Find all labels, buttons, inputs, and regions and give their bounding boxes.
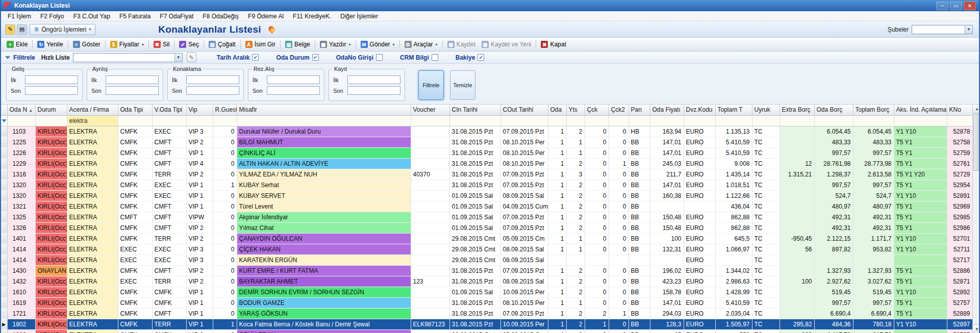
cell-durum[interactable]: KIRLI(Occ) [35, 212, 67, 222]
cell-oda[interactable]: 1 [548, 126, 566, 137]
scrollbar-thumb[interactable] [973, 114, 980, 171]
cell-v_oda_tipi[interactable]: CMFT [152, 222, 186, 233]
cell-toplam_t[interactable]: 1.428,99 [715, 287, 752, 297]
cell-cck[interactable]: 0 [585, 126, 609, 137]
cell-yts[interactable]: 1 [566, 147, 585, 158]
cell-extra_borc[interactable]: 295,82 [780, 319, 814, 329]
cell-v_oda_tipi[interactable]: CMFT [152, 308, 186, 319]
cell-cout[interactable]: 07.09.2015 Pzt [500, 169, 548, 180]
cell-toplam_t[interactable]: 1.435,14 [715, 169, 752, 180]
cell-uyruk[interactable]: TC [752, 297, 780, 308]
cell-voucher[interactable] [411, 180, 449, 190]
table-row[interactable]: 1325KIRLI(Occ)ELEKTRACMFTCMFTVIPW0Akpina… [1, 212, 972, 222]
filter-input-rezalis-son[interactable] [267, 86, 320, 95]
cell-toplam_borc[interactable]: 780,18 [853, 319, 894, 329]
cell-cck[interactable] [585, 254, 609, 265]
cell-pan[interactable]: BB [629, 329, 650, 333]
cell-oda_fiyati[interactable]: 245,03 [650, 158, 684, 169]
column-header-aks[interactable]: Aks. İnd. Açıklama [894, 105, 947, 115]
cell-oda_fiyati[interactable]: 160,38 [650, 190, 684, 201]
column-header-extra_borc[interactable]: Extra Borç [780, 105, 814, 115]
table-row[interactable]: 1414KIRLI(Occ)ELEKTRAEXECEXECVIP 30ÇİÇEK… [1, 244, 972, 254]
cell-oda_borc[interactable]: 2.122,15 [814, 233, 853, 244]
cell-durum[interactable]: KIRLI(Occ) [35, 147, 67, 158]
cell-v_oda_tipi[interactable]: CMFT [152, 158, 186, 169]
cell-v_oda_tipi[interactable]: EXEC [152, 126, 186, 137]
cell-toplam_t[interactable]: 5.410,59 [715, 137, 752, 147]
cell-dvz[interactable]: EURO [684, 233, 715, 244]
cell-cck[interactable]: 1 [585, 319, 609, 329]
cell-extra_borc[interactable] [780, 137, 814, 147]
cell-oda_tipi[interactable]: CMFK [118, 180, 152, 190]
cell-kno[interactable]: 52897 [947, 319, 972, 329]
cell-pan[interactable]: BB [629, 169, 650, 180]
column-header-acenta[interactable]: Acenta / Firma [67, 105, 118, 115]
cell-toplam_borc[interactable]: 997,57 [853, 147, 894, 158]
menu-item[interactable]: F9 Ödeme Al [243, 12, 288, 21]
cell-oda_tipi[interactable]: CMFK [118, 319, 152, 329]
cell-acenta[interactable]: ELEKTRA [67, 233, 118, 244]
filter-toggle-odano-girisi[interactable]: OdaNo Girişi [336, 54, 383, 61]
cell-yts[interactable] [566, 254, 585, 265]
cell-oda_tipi[interactable]: CMFK [118, 169, 152, 180]
cell-dvz[interactable]: EURO [684, 265, 715, 276]
filter-input-ayrilis-son[interactable] [106, 86, 159, 95]
cell-uyruk[interactable]: TC [752, 190, 780, 201]
column-header-yts[interactable]: Yts [566, 105, 585, 115]
cell-acenta[interactable]: ELEKTRA [67, 265, 118, 276]
cell-oda[interactable]: 1 [548, 180, 566, 190]
cell-misafir[interactable]: BODUR GAMZE [237, 297, 411, 308]
filter-input-konaklama-son[interactable] [186, 86, 239, 95]
cell-v_oda_tipi[interactable]: TERR [152, 169, 186, 180]
cell-oda_fiyati[interactable]: 147,01 [650, 297, 684, 308]
cell-pan[interactable]: BB [629, 233, 650, 244]
cell-oda_tipi[interactable]: CMFK [118, 222, 152, 233]
cell-durum[interactable]: KIRLI(Occ) [35, 137, 67, 147]
cell-extra_borc[interactable]: 100 [780, 276, 814, 287]
table-row[interactable]: 1316KIRLI(Occ)ELEKTRACMFKTERRVIP 20YILMA… [1, 169, 972, 180]
cell-cck[interactable]: 2 [585, 308, 609, 319]
menu-item[interactable]: F1 İşlem [3, 12, 36, 21]
cell-uyruk[interactable]: TC [752, 319, 780, 329]
cell-oda_borc[interactable]: 484,36 [814, 319, 853, 329]
cell-oda[interactable]: 1 [548, 308, 566, 319]
grid-filter-cell-cin[interactable] [449, 115, 500, 126]
cell-dvz[interactable] [684, 201, 715, 212]
cell-oda_borc[interactable]: 997,57 [814, 180, 853, 190]
cell-cout[interactable]: 08.09.2015 Sal [500, 254, 548, 265]
cell-voucher[interactable] [411, 254, 449, 265]
cell-cck[interactable]: 0 [585, 276, 609, 287]
cell-oda_fiyati[interactable] [650, 254, 684, 265]
cell-r_guest[interactable]: 0 [213, 222, 237, 233]
cell-extra_borc[interactable] [780, 254, 814, 265]
cell-pan[interactable]: BB [629, 244, 650, 254]
cell-r_guest[interactable]: 1 [213, 319, 237, 329]
grid-filter-cell-extra_borc[interactable] [780, 115, 814, 126]
cell-toplam_borc[interactable]: 480,97 [853, 201, 894, 212]
cell-cin[interactable]: 01.09.2015 Sal [449, 222, 500, 233]
cell-toplam_t[interactable] [715, 254, 752, 265]
cell-cck2[interactable]: 1 [609, 308, 629, 319]
grid-filter-cell-toplam_t[interactable] [715, 115, 752, 126]
cell-voucher[interactable] [411, 287, 449, 297]
toolbar-button-sil[interactable]: ✖Sil [150, 39, 172, 49]
cell-dvz[interactable]: EURO [684, 212, 715, 222]
cell-acenta[interactable]: ELEKTRA [67, 319, 118, 329]
cell-pan[interactable]: BB [629, 265, 650, 276]
table-row[interactable]: ▶1802KIRLI(Occ)ELEKTRACMFKTERRVIP 11Koca… [1, 319, 972, 329]
cell-r_guest[interactable]: 0 [213, 265, 237, 276]
cell-uyruk[interactable]: TC [752, 276, 780, 287]
cell-oda_fiyati[interactable]: 158,78 [650, 287, 684, 297]
cell-yts[interactable]: 2 [566, 329, 585, 333]
toolbar-button-yazdir[interactable]: ▦Yazdır▾ [317, 39, 354, 49]
grid-filter-cell-oda_borc[interactable] [814, 115, 853, 126]
cell-cout[interactable]: 07.09.2015 Pzt [500, 222, 548, 233]
cell-cck2[interactable]: 0 [609, 265, 629, 276]
cell-durum[interactable]: KIRLI(Occ) [35, 319, 67, 329]
cell-oda_no[interactable]: 1225 [7, 137, 35, 147]
cell-toplam_t[interactable]: 1.018,51 [715, 180, 752, 190]
cell-vip[interactable]: VIP 1 [186, 319, 213, 329]
column-header-oda[interactable]: Oda [548, 105, 566, 115]
cell-oda_borc[interactable] [814, 254, 853, 265]
cell-toplam_t[interactable]: 862,88 [715, 222, 752, 233]
